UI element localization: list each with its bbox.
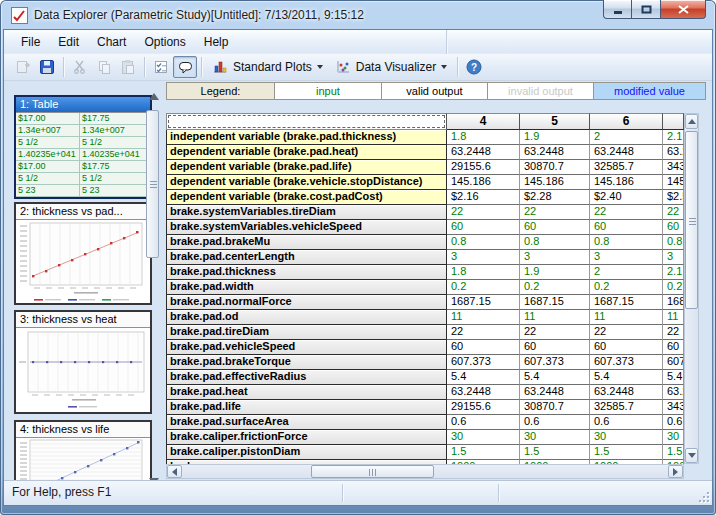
value-cell[interactable]: 34300.8 bbox=[663, 160, 684, 175]
row-label[interactable]: dependent variable (brake.vehicle.stopDi… bbox=[166, 175, 447, 190]
data-visualizer-button[interactable]: Data Visualizer bbox=[329, 56, 453, 78]
menu-item-help[interactable]: Help bbox=[195, 31, 238, 53]
value-cell[interactable]: 145.186 bbox=[520, 175, 590, 190]
value-cell[interactable]: 5.4 bbox=[447, 370, 520, 385]
value-cell[interactable]: 22 bbox=[663, 205, 684, 220]
resize-grip[interactable] bbox=[697, 490, 709, 502]
value-cell[interactable]: 29155.6 bbox=[447, 160, 520, 175]
value-cell[interactable]: 30 bbox=[590, 430, 663, 445]
row-label[interactable]: brake.pad.vehicleSpeed bbox=[166, 340, 447, 355]
value-cell[interactable]: 60 bbox=[520, 340, 590, 355]
value-cell[interactable]: 1687.15 bbox=[663, 295, 684, 310]
value-cell[interactable]: 63.2448 bbox=[447, 145, 520, 160]
value-cell[interactable]: 11 bbox=[520, 310, 590, 325]
value-cell[interactable]: 3 bbox=[447, 250, 520, 265]
value-cell[interactable]: 145.186 bbox=[590, 175, 663, 190]
menu-item-chart[interactable]: Chart bbox=[88, 31, 135, 53]
value-cell[interactable]: 0.2 bbox=[663, 280, 684, 295]
column-header-5[interactable]: 5 bbox=[520, 113, 590, 130]
thumbnail-2-thickness-vs-pad[interactable]: 2: thickness vs pad... bbox=[14, 202, 152, 305]
value-cell[interactable]: 0.8 bbox=[590, 235, 663, 250]
column-header-4[interactable]: 4 bbox=[447, 113, 520, 130]
value-cell[interactable]: 63.2448 bbox=[520, 145, 590, 160]
sidebar-scrollbar[interactable] bbox=[146, 93, 161, 480]
row-label[interactable]: brake.pad.tireDiam bbox=[166, 325, 447, 340]
row-label[interactable]: brake.pad.surfaceArea bbox=[166, 415, 447, 430]
value-cell[interactable]: 1.5 bbox=[520, 445, 590, 460]
value-cell[interactable]: 3 bbox=[590, 250, 663, 265]
scroll-down-button[interactable] bbox=[685, 448, 698, 463]
horizontal-scrollbar-thumb[interactable] bbox=[311, 465, 434, 478]
row-label[interactable]: brake.caliper.pistonDiam bbox=[166, 445, 447, 460]
row-label[interactable]: brake.systemVariables.tireDiam bbox=[166, 205, 447, 220]
row-label[interactable]: brake.pad.brakeMu bbox=[166, 235, 447, 250]
run-checklist-button[interactable] bbox=[149, 56, 173, 78]
minimize-button[interactable] bbox=[603, 0, 632, 19]
value-cell[interactable]: 2.1 bbox=[663, 265, 684, 280]
value-cell[interactable]: 60 bbox=[447, 340, 520, 355]
row-label[interactable]: brake.pad.centerLength bbox=[166, 250, 447, 265]
value-cell[interactable]: 1.5 bbox=[590, 445, 663, 460]
scroll-up-arrow-icon[interactable] bbox=[149, 93, 159, 100]
value-cell[interactable]: 32585.7 bbox=[590, 400, 663, 415]
open-button[interactable] bbox=[11, 56, 35, 78]
value-cell[interactable]: 63.2448 bbox=[663, 385, 684, 400]
value-cell[interactable]: 34300.8 bbox=[663, 400, 684, 415]
table-vertical-scrollbar[interactable] bbox=[684, 113, 699, 464]
thumbnail-4-thickness-vs-life[interactable]: 4: thickness vs life bbox=[14, 420, 152, 480]
menu-item-file[interactable]: File bbox=[12, 31, 49, 53]
value-cell[interactable]: 1.8 bbox=[447, 130, 520, 145]
vertical-scrollbar-thumb[interactable] bbox=[685, 131, 698, 309]
scroll-up-button[interactable] bbox=[685, 114, 698, 129]
value-cell[interactable]: 0.6 bbox=[520, 415, 590, 430]
row-label[interactable]: dependent variable (brake.cost.padCost) bbox=[166, 190, 447, 205]
row-label[interactable]: dependent variable (brake.pad.life) bbox=[166, 160, 447, 175]
value-cell[interactable]: 2 bbox=[590, 130, 663, 145]
value-cell[interactable]: 22 bbox=[447, 205, 520, 220]
value-cell[interactable]: 1687.15 bbox=[590, 295, 663, 310]
value-cell[interactable]: 2 bbox=[590, 265, 663, 280]
value-cell[interactable]: 60 bbox=[447, 220, 520, 235]
value-cell[interactable]: 1.5 bbox=[663, 445, 684, 460]
scroll-right-button[interactable] bbox=[668, 465, 683, 478]
value-cell[interactable]: 1.9 bbox=[520, 130, 590, 145]
value-cell[interactable]: 0.8 bbox=[520, 235, 590, 250]
column-header-partial[interactable] bbox=[663, 113, 684, 130]
value-cell[interactable]: 5.4 bbox=[520, 370, 590, 385]
value-cell[interactable]: 0.6 bbox=[447, 415, 520, 430]
value-cell[interactable]: 60 bbox=[590, 340, 663, 355]
copy-button[interactable] bbox=[92, 56, 116, 78]
sidebar-scrollbar-thumb[interactable] bbox=[146, 110, 159, 258]
standard-plots-button[interactable]: Standard Plots bbox=[206, 56, 329, 78]
value-cell[interactable]: 63.2448 bbox=[590, 145, 663, 160]
value-cell[interactable]: 63.2448 bbox=[590, 385, 663, 400]
value-cell[interactable]: 0.8 bbox=[447, 235, 520, 250]
value-cell[interactable]: 60 bbox=[663, 220, 684, 235]
row-label[interactable]: brake.pad.thickness bbox=[166, 265, 447, 280]
row-label[interactable]: brake.systemVariables.vehicleSpeed bbox=[166, 220, 447, 235]
value-cell[interactable]: 1.8 bbox=[447, 265, 520, 280]
value-cell[interactable]: 60 bbox=[520, 220, 590, 235]
thumbnail-3-thickness-vs-heat[interactable]: 3: thickness vs heat bbox=[14, 310, 152, 414]
value-cell[interactable]: 5.4 bbox=[663, 370, 684, 385]
value-cell[interactable]: 0.2 bbox=[590, 280, 663, 295]
row-label[interactable]: brake.pad.normalForce bbox=[166, 295, 447, 310]
value-cell[interactable]: 60 bbox=[663, 340, 684, 355]
row-label[interactable]: brake.pad.life bbox=[166, 400, 447, 415]
value-cell[interactable]: 30 bbox=[520, 430, 590, 445]
value-cell[interactable]: 3 bbox=[663, 250, 684, 265]
scroll-left-button[interactable] bbox=[167, 465, 182, 478]
value-cell[interactable]: $2.28 bbox=[520, 190, 590, 205]
table-horizontal-scrollbar[interactable] bbox=[166, 464, 684, 479]
value-cell[interactable]: 1687.15 bbox=[520, 295, 590, 310]
value-cell[interactable]: 1.9 bbox=[520, 265, 590, 280]
value-cell[interactable]: 11 bbox=[663, 310, 684, 325]
value-cell[interactable]: 29155.6 bbox=[447, 400, 520, 415]
value-cell[interactable]: 0.6 bbox=[590, 415, 663, 430]
value-cell[interactable]: $2.40 bbox=[590, 190, 663, 205]
value-cell[interactable]: $2.52 bbox=[663, 190, 684, 205]
value-cell[interactable]: 30 bbox=[663, 430, 684, 445]
value-cell[interactable]: 30870.7 bbox=[520, 400, 590, 415]
value-cell[interactable]: 0.2 bbox=[447, 280, 520, 295]
value-cell[interactable]: 0.8 bbox=[663, 235, 684, 250]
